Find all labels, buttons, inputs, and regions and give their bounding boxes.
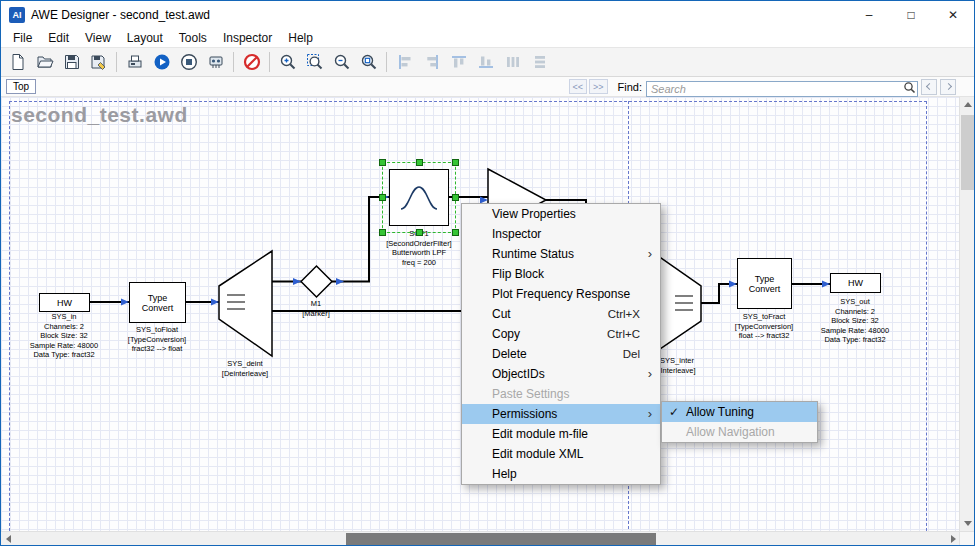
menu-file[interactable]: File <box>5 30 40 46</box>
menu-inspector[interactable]: Inspector <box>215 30 280 46</box>
zoom-fit-button[interactable] <box>355 49 382 75</box>
hardware-config-button[interactable] <box>202 49 229 75</box>
permissions-submenu: ✓ Allow Tuning Allow Navigation <box>661 401 818 443</box>
channel-lines-icon <box>227 295 245 309</box>
selection-handle[interactable] <box>452 159 459 166</box>
label-sys-tofloat: SYS_toFloat [TypeConversion] fract32 -->… <box>97 325 217 354</box>
menu-view[interactable]: View <box>77 30 119 46</box>
menu-item-inspector[interactable]: Inspector <box>462 224 660 244</box>
close-button[interactable]: ✕ <box>932 1 974 28</box>
menu-tools[interactable]: Tools <box>171 30 215 46</box>
block-text: Type <box>755 274 775 284</box>
menu-item-runtime-status[interactable]: Runtime Status› <box>462 244 660 264</box>
menu-item-label: ObjectIDs <box>492 367 654 381</box>
block-text: HW <box>57 298 72 308</box>
open-file-button[interactable] <box>31 49 58 75</box>
menu-item-help[interactable]: Help <box>462 464 660 484</box>
scroll-left-button[interactable] <box>1 532 16 546</box>
menu-item-permissions[interactable]: Permissions› <box>462 404 660 424</box>
submenu-item-allow-tuning[interactable]: ✓ Allow Tuning <box>662 402 817 422</box>
navigation-bar: Top << >> Find: <box>1 77 974 97</box>
menu-item-view-properties[interactable]: View Properties <box>462 204 660 224</box>
block-sof1[interactable] <box>389 169 449 226</box>
menu-item-label: Permissions <box>492 407 654 421</box>
menu-item-label: Allow Navigation <box>686 425 809 439</box>
build-system-button[interactable] <box>121 49 148 75</box>
arrow-left-icon <box>6 535 11 543</box>
menu-item-label: Copy <box>492 327 591 341</box>
menu-item-shortcut: Del <box>623 348 654 360</box>
align-right-button <box>418 49 445 75</box>
menu-help[interactable]: Help <box>280 30 321 46</box>
block-sys-out[interactable]: HW <box>830 273 881 293</box>
scroll-down-button[interactable] <box>960 516 975 531</box>
zoom-region-button[interactable] <box>301 49 328 75</box>
find-next-button[interactable] <box>940 79 956 95</box>
find-previous-button[interactable] <box>921 79 937 95</box>
menu-item-cut[interactable]: CutCtrl+X <box>462 304 660 324</box>
wire <box>701 284 737 303</box>
distribute-horizontal-button <box>499 49 526 75</box>
align-top-button <box>445 49 472 75</box>
hierarchy-tab-top[interactable]: Top <box>6 79 36 94</box>
align-bottom-button <box>472 49 499 75</box>
new-file-button[interactable] <box>4 49 31 75</box>
vertical-scroll-thumb[interactable] <box>961 115 974 190</box>
horizontal-scroll-thumb[interactable] <box>346 533 656 545</box>
disconnect-button[interactable] <box>238 49 265 75</box>
menu-item-edit-module-m-file[interactable]: Edit module m-file <box>462 424 660 444</box>
minimize-button[interactable]: – <box>848 1 890 28</box>
align-top-icon <box>450 53 468 71</box>
stop-button[interactable] <box>175 49 202 75</box>
menu-item-plot-frequency-response[interactable]: Plot Frequency Response <box>462 284 660 304</box>
block-sys-in[interactable]: HW <box>39 293 90 312</box>
vertical-scrollbar[interactable] <box>959 97 974 531</box>
distribute-horizontal-icon <box>504 53 522 71</box>
navigate-forward-button[interactable]: >> <box>589 79 608 94</box>
zoom-fit-icon <box>360 53 378 71</box>
save-icon <box>63 53 81 71</box>
menu-layout[interactable]: Layout <box>119 30 171 46</box>
save-button[interactable] <box>58 49 85 75</box>
label-marker: M1 [Marker] <box>256 299 376 318</box>
block-sys-tofract[interactable]: Type Convert <box>737 258 792 309</box>
menu-edit[interactable]: Edit <box>40 30 77 46</box>
build-system-icon <box>126 53 144 71</box>
window-controls: – □ ✕ <box>848 1 974 28</box>
hardware-config-icon <box>207 53 225 71</box>
menu-item-label: Inspector <box>492 227 654 241</box>
save-as-button[interactable] <box>85 49 112 75</box>
menu-item-label: Delete <box>492 347 607 361</box>
menu-bar: File Edit View Layout Tools Inspector He… <box>1 28 974 47</box>
diagram-canvas[interactable]: second_test.awd <box>1 97 959 531</box>
zoom-out-button[interactable] <box>328 49 355 75</box>
menu-item-label: Plot Frequency Response <box>492 287 654 301</box>
context-menu: View Properties Inspector Runtime Status… <box>461 203 661 485</box>
block-text: Type <box>148 293 168 303</box>
navigate-back-button[interactable]: << <box>569 79 588 94</box>
horizontal-scrollbar[interactable] <box>1 531 974 545</box>
marker-block-shape[interactable] <box>301 266 332 297</box>
menu-item-flip-block[interactable]: Flip Block <box>462 264 660 284</box>
zoom-in-icon <box>279 53 297 71</box>
maximize-button[interactable]: □ <box>890 1 932 28</box>
menu-item-delete[interactable]: DeleteDel <box>462 344 660 364</box>
menu-item-copy[interactable]: CopyCtrl+C <box>462 324 660 344</box>
block-sys-tofloat[interactable]: Type Convert <box>129 282 186 323</box>
scroll-up-button[interactable] <box>960 97 975 112</box>
menu-item-label: View Properties <box>492 207 654 221</box>
menu-item-edit-module-xml[interactable]: Edit module XML <box>462 444 660 464</box>
zoom-in-button[interactable] <box>274 49 301 75</box>
run-button[interactable] <box>148 49 175 75</box>
menu-item-shortcut: Ctrl+C <box>607 328 654 340</box>
new-file-icon <box>9 53 27 71</box>
app-logo-icon: AI <box>9 7 25 23</box>
selection-handle[interactable] <box>379 159 386 166</box>
selection-handle[interactable] <box>379 194 386 201</box>
menu-item-label: Paste Settings <box>492 387 654 401</box>
selection-handle[interactable] <box>416 159 423 166</box>
search-input[interactable] <box>646 81 918 97</box>
menu-item-objectids[interactable]: ObjectIDs› <box>462 364 660 384</box>
selection-handle[interactable] <box>452 194 459 201</box>
app-window: AI AWE Designer - second_test.awd – □ ✕ … <box>0 0 975 546</box>
